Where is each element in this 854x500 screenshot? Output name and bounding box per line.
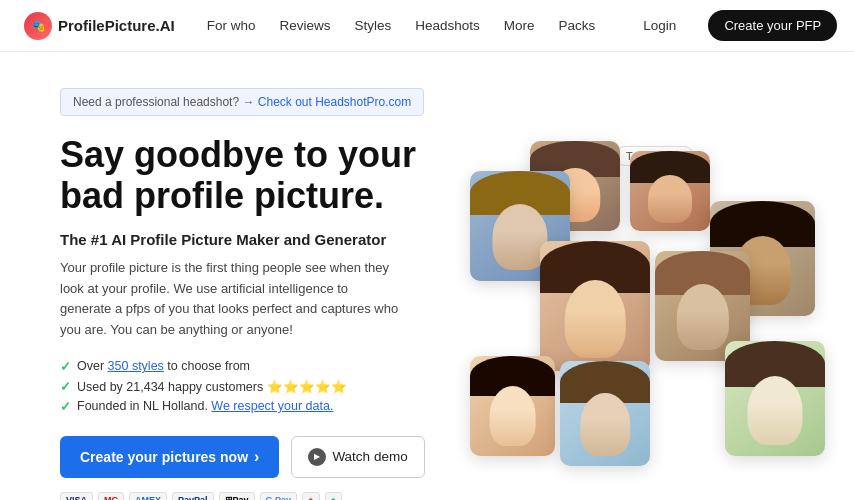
face-9: [748, 376, 803, 445]
hero-left: Need a professional headshot? → Check ou…: [60, 88, 440, 500]
logo[interactable]: 🎭 ProfilePicture.AI: [24, 12, 175, 40]
promo-link[interactable]: Check out HeadshotPro.com: [258, 95, 411, 109]
photo-collage: Training set ↙: [460, 141, 840, 471]
brand-name: ProfilePicture.AI: [58, 17, 175, 34]
hero-subhead: The #1 AI Profile Picture Maker and Gene…: [60, 231, 440, 248]
other-badge-2: ●: [325, 492, 342, 500]
check-icon-3: ✓: [60, 399, 71, 414]
photo-card-7: [470, 356, 555, 456]
hero-section: Need a professional headshot? → Check ou…: [0, 52, 854, 500]
check-icon: ✓: [60, 359, 71, 374]
hero-description: Your profile picture is the first thing …: [60, 258, 400, 341]
watch-demo-button[interactable]: ▶ Watch demo: [291, 436, 424, 478]
nav-for-who[interactable]: For who: [207, 18, 256, 33]
feature-styles: ✓ Over 350 styles to choose from: [60, 359, 440, 374]
photo-card-5: [540, 241, 650, 371]
other-badge-1: ●: [302, 492, 319, 500]
promo-arrow: →: [242, 95, 257, 109]
logo-icon: 🎭: [24, 12, 52, 40]
nav-packs[interactable]: Packs: [559, 18, 596, 33]
photo-card-9: [725, 341, 825, 456]
amex-badge: AMEX: [129, 492, 167, 500]
nav-reviews[interactable]: Reviews: [279, 18, 330, 33]
photo-card-8: [560, 361, 650, 466]
login-button[interactable]: Login: [643, 18, 676, 33]
styles-link[interactable]: 350 styles: [108, 359, 164, 373]
feature-list: ✓ Over 350 styles to choose from ✓ Used …: [60, 359, 440, 414]
nav-more[interactable]: More: [504, 18, 535, 33]
hero-right: Training set ↙: [460, 88, 840, 500]
feature-customers: ✓ Used by 21,434 happy customers ⭐⭐⭐⭐⭐: [60, 379, 440, 394]
visa-badge: VISA: [60, 492, 93, 500]
create-pfp-button[interactable]: Create your PFP: [708, 10, 837, 41]
googlepay-badge: G Pay: [260, 492, 298, 500]
feature-privacy: ✓ Founded in NL Holland. We respect your…: [60, 399, 440, 414]
promo-text: Need a professional headshot?: [73, 95, 239, 109]
play-icon: ▶: [308, 448, 326, 466]
nav-headshots[interactable]: Headshots: [415, 18, 480, 33]
privacy-link[interactable]: We respect your data.: [211, 399, 333, 413]
face-2: [648, 175, 692, 223]
face-5: [565, 280, 626, 358]
promo-banner: Need a professional headshot? → Check ou…: [60, 88, 424, 116]
paypal-badge: PayPal: [172, 492, 214, 500]
applepay-badge: ⊞Pay: [219, 492, 255, 500]
nav-styles[interactable]: Styles: [355, 18, 392, 33]
face-8: [580, 393, 630, 456]
check-icon-2: ✓: [60, 379, 71, 394]
face-7: [489, 386, 536, 446]
payment-icons: VISA MC AMEX PayPal ⊞Pay G Pay ● ●: [60, 492, 440, 500]
hero-buttons: Create your pictures now › ▶ Watch demo: [60, 436, 440, 478]
photo-card-2: [630, 151, 710, 231]
mastercard-badge: MC: [98, 492, 124, 500]
create-now-button[interactable]: Create your pictures now ›: [60, 436, 279, 478]
navbar: 🎭 ProfilePicture.AI For who Reviews Styl…: [0, 0, 854, 52]
arrow-icon: ›: [254, 448, 259, 466]
hero-headline: Say goodbye to your bad profile picture.: [60, 134, 440, 217]
face-6: [676, 284, 728, 350]
